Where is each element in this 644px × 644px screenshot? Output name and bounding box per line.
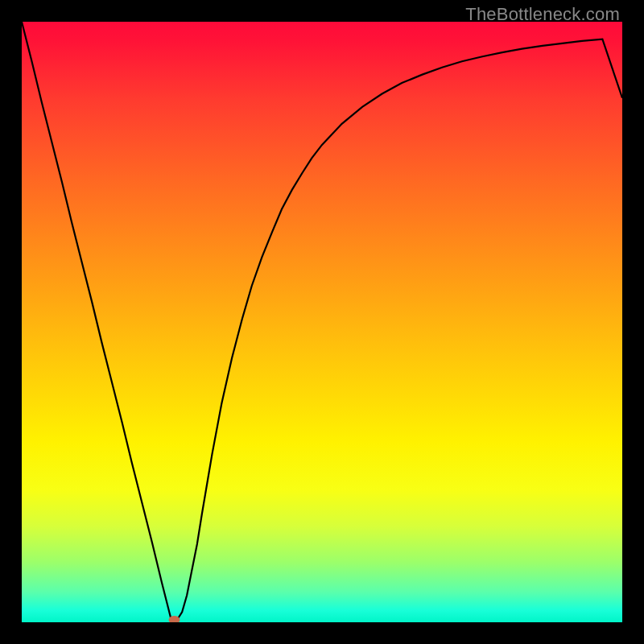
watermark-text: TheBottleneck.com: [465, 4, 620, 25]
plot-area: [22, 22, 622, 622]
bottleneck-curve: [22, 22, 622, 622]
chart-frame: TheBottleneck.com: [0, 0, 644, 644]
curve-svg: [22, 22, 622, 622]
